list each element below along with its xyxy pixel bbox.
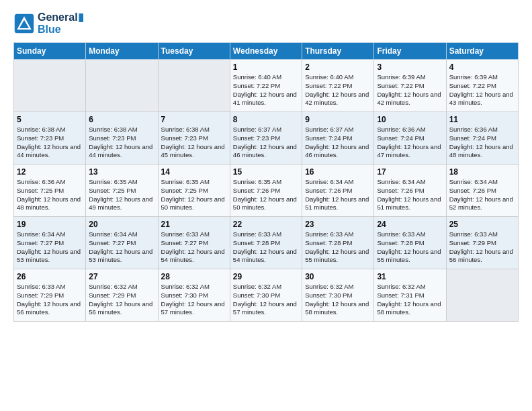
day-info: Sunrise: 6:32 AMSunset: 7:31 PMDaylight:… — [377, 283, 443, 317]
day-number: 28 — [161, 272, 227, 281]
day-header-friday: Friday — [374, 43, 446, 60]
day-number: 12 — [17, 167, 83, 177]
calendar-cell: 5Sunrise: 6:38 AMSunset: 7:23 PMDaylight… — [14, 112, 86, 165]
calendar-cell: 29Sunrise: 6:32 AMSunset: 7:30 PMDayligh… — [230, 269, 302, 322]
day-number: 30 — [305, 272, 371, 281]
calendar-cell: 31Sunrise: 6:32 AMSunset: 7:31 PMDayligh… — [374, 269, 446, 322]
day-number: 11 — [449, 115, 515, 124]
day-info: Sunrise: 6:36 AMSunset: 7:25 PMDaylight:… — [17, 178, 83, 212]
day-header-thursday: Thursday — [302, 43, 374, 60]
calendar-cell: 30Sunrise: 6:32 AMSunset: 7:30 PMDayligh… — [302, 269, 374, 322]
day-info: Sunrise: 6:33 AMSunset: 7:28 PMDaylight:… — [377, 230, 443, 265]
day-number: 26 — [17, 272, 83, 281]
calendar-cell: 25Sunrise: 6:33 AMSunset: 7:29 PMDayligh… — [446, 217, 518, 269]
day-info: Sunrise: 6:35 AMSunset: 7:25 PMDaylight:… — [161, 178, 227, 212]
day-number: 19 — [17, 220, 83, 229]
calendar-page: General▮ Blue SundayMondayTuesdayWednesd… — [0, 0, 532, 328]
day-number: 23 — [305, 220, 371, 229]
day-number: 9 — [305, 115, 371, 124]
day-header-saturday: Saturday — [446, 43, 518, 60]
day-number: 5 — [17, 115, 83, 124]
calendar-cell: 23Sunrise: 6:33 AMSunset: 7:28 PMDayligh… — [302, 217, 374, 269]
calendar-cell: 6Sunrise: 6:38 AMSunset: 7:23 PMDaylight… — [86, 112, 158, 165]
day-info: Sunrise: 6:40 AMSunset: 7:22 PMDaylight:… — [233, 73, 299, 107]
day-number: 24 — [377, 220, 443, 229]
day-header-monday: Monday — [86, 43, 158, 60]
day-header-tuesday: Tuesday — [158, 43, 230, 60]
day-number: 3 — [377, 62, 443, 72]
day-info: Sunrise: 6:33 AMSunset: 7:29 PMDaylight:… — [17, 283, 83, 317]
day-number: 18 — [449, 167, 515, 177]
day-number: 1 — [233, 62, 299, 72]
calendar-cell: 4Sunrise: 6:39 AMSunset: 7:22 PMDaylight… — [446, 60, 518, 112]
week-row-4: 19Sunrise: 6:34 AMSunset: 7:27 PMDayligh… — [14, 217, 519, 269]
header-row: SundayMondayTuesdayWednesdayThursdayFrid… — [14, 43, 519, 60]
calendar-cell: 9Sunrise: 6:37 AMSunset: 7:24 PMDaylight… — [302, 112, 374, 165]
calendar-cell: 20Sunrise: 6:34 AMSunset: 7:27 PMDayligh… — [86, 217, 158, 269]
day-number: 8 — [233, 115, 299, 124]
day-number: 7 — [161, 115, 227, 124]
calendar-cell: 14Sunrise: 6:35 AMSunset: 7:25 PMDayligh… — [158, 165, 230, 217]
day-info: Sunrise: 6:34 AMSunset: 7:27 PMDaylight:… — [89, 230, 154, 265]
calendar-cell: 19Sunrise: 6:34 AMSunset: 7:27 PMDayligh… — [14, 217, 86, 269]
logo: General▮ Blue — [13, 11, 84, 36]
calendar-cell: 7Sunrise: 6:38 AMSunset: 7:23 PMDaylight… — [158, 112, 230, 165]
day-info: Sunrise: 6:33 AMSunset: 7:27 PMDaylight:… — [161, 230, 227, 265]
day-info: Sunrise: 6:33 AMSunset: 7:29 PMDaylight:… — [449, 230, 515, 265]
calendar-cell — [158, 60, 230, 112]
day-header-wednesday: Wednesday — [230, 43, 302, 60]
calendar-table: SundayMondayTuesdayWednesdayThursdayFrid… — [13, 42, 519, 322]
day-number: 15 — [233, 167, 299, 177]
calendar-cell: 1Sunrise: 6:40 AMSunset: 7:22 PMDaylight… — [230, 60, 302, 112]
day-info: Sunrise: 6:32 AMSunset: 7:30 PMDaylight:… — [233, 283, 299, 317]
calendar-cell: 22Sunrise: 6:33 AMSunset: 7:28 PMDayligh… — [230, 217, 302, 269]
day-number: 10 — [377, 115, 443, 124]
week-row-1: 1Sunrise: 6:40 AMSunset: 7:22 PMDaylight… — [14, 60, 519, 112]
calendar-cell: 12Sunrise: 6:36 AMSunset: 7:25 PMDayligh… — [14, 165, 86, 217]
day-info: Sunrise: 6:37 AMSunset: 7:24 PMDaylight:… — [305, 126, 371, 160]
calendar-cell: 3Sunrise: 6:39 AMSunset: 7:22 PMDaylight… — [374, 60, 446, 112]
day-number: 27 — [89, 272, 154, 281]
logo-text: General▮ Blue — [38, 11, 84, 36]
day-info: Sunrise: 6:32 AMSunset: 7:29 PMDaylight:… — [89, 283, 154, 317]
calendar-cell: 11Sunrise: 6:36 AMSunset: 7:24 PMDayligh… — [446, 112, 518, 165]
calendar-cell: 17Sunrise: 6:34 AMSunset: 7:26 PMDayligh… — [374, 165, 446, 217]
day-number: 4 — [449, 62, 515, 72]
day-number: 16 — [305, 167, 371, 177]
logo-icon — [13, 13, 35, 34]
day-info: Sunrise: 6:33 AMSunset: 7:28 PMDaylight:… — [233, 230, 299, 265]
day-info: Sunrise: 6:34 AMSunset: 7:26 PMDaylight:… — [377, 178, 443, 212]
day-number: 31 — [377, 272, 443, 281]
day-info: Sunrise: 6:34 AMSunset: 7:26 PMDaylight:… — [449, 178, 515, 212]
calendar-cell: 21Sunrise: 6:33 AMSunset: 7:27 PMDayligh… — [158, 217, 230, 269]
day-info: Sunrise: 6:38 AMSunset: 7:23 PMDaylight:… — [161, 126, 227, 160]
day-info: Sunrise: 6:38 AMSunset: 7:23 PMDaylight:… — [17, 126, 83, 160]
calendar-cell — [86, 60, 158, 112]
day-header-sunday: Sunday — [14, 43, 86, 60]
day-info: Sunrise: 6:38 AMSunset: 7:23 PMDaylight:… — [89, 126, 154, 160]
day-number: 17 — [377, 167, 443, 177]
day-number: 25 — [449, 220, 515, 229]
calendar-cell — [14, 60, 86, 112]
header: General▮ Blue — [13, 11, 519, 36]
day-number: 2 — [305, 62, 371, 72]
calendar-cell: 16Sunrise: 6:34 AMSunset: 7:26 PMDayligh… — [302, 165, 374, 217]
calendar-cell: 13Sunrise: 6:35 AMSunset: 7:25 PMDayligh… — [86, 165, 158, 217]
day-info: Sunrise: 6:39 AMSunset: 7:22 PMDaylight:… — [377, 73, 443, 107]
day-number: 20 — [89, 220, 154, 229]
day-info: Sunrise: 6:37 AMSunset: 7:23 PMDaylight:… — [233, 126, 299, 160]
day-info: Sunrise: 6:32 AMSunset: 7:30 PMDaylight:… — [161, 283, 227, 317]
day-info: Sunrise: 6:32 AMSunset: 7:30 PMDaylight:… — [305, 283, 371, 317]
calendar-cell: 10Sunrise: 6:36 AMSunset: 7:24 PMDayligh… — [374, 112, 446, 165]
week-row-2: 5Sunrise: 6:38 AMSunset: 7:23 PMDaylight… — [14, 112, 519, 165]
week-row-5: 26Sunrise: 6:33 AMSunset: 7:29 PMDayligh… — [14, 269, 519, 322]
calendar-cell: 28Sunrise: 6:32 AMSunset: 7:30 PMDayligh… — [158, 269, 230, 322]
day-number: 29 — [233, 272, 299, 281]
day-info: Sunrise: 6:34 AMSunset: 7:26 PMDaylight:… — [305, 178, 371, 212]
day-number: 6 — [89, 115, 154, 124]
day-number: 13 — [89, 167, 154, 177]
day-info: Sunrise: 6:39 AMSunset: 7:22 PMDaylight:… — [449, 73, 515, 107]
calendar-cell: 18Sunrise: 6:34 AMSunset: 7:26 PMDayligh… — [446, 165, 518, 217]
calendar-cell: 8Sunrise: 6:37 AMSunset: 7:23 PMDaylight… — [230, 112, 302, 165]
day-info: Sunrise: 6:33 AMSunset: 7:28 PMDaylight:… — [305, 230, 371, 265]
